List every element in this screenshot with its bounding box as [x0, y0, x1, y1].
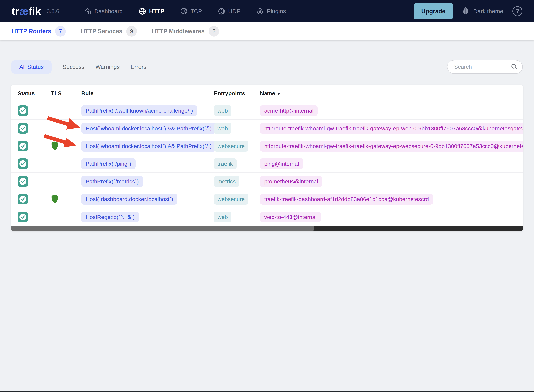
help-icon[interactable]: ? [512, 6, 522, 16]
filter-errors[interactable]: Errors [131, 60, 146, 74]
logo-part: fik [29, 5, 41, 17]
router-name-chip[interactable]: ping@internal [260, 158, 303, 169]
search-box[interactable] [447, 60, 523, 74]
tab-label: HTTP Routers [12, 28, 51, 35]
tab-label: HTTP Services [81, 28, 122, 35]
tab-http-middlewares[interactable]: HTTP Middlewares 2 [152, 26, 219, 37]
status-success-icon [18, 141, 28, 151]
scrollbar-thumb[interactable] [11, 226, 314, 231]
nav-item-label: TCP [190, 8, 202, 14]
tls-shield-icon [51, 194, 74, 204]
router-name-chip[interactable]: web-to-443@internal [260, 212, 321, 223]
nav-item-label: UDP [228, 8, 241, 14]
rule-chip[interactable]: Host(`dashboard.docker.localhost`) [81, 194, 177, 205]
status-success-icon [18, 123, 28, 134]
column-header-tls[interactable]: TLS [44, 90, 74, 97]
http-subnav: HTTP Routers 7 HTTP Services 9 HTTP Midd… [0, 22, 534, 40]
nav-item-udp[interactable]: UDP [218, 8, 241, 15]
rule-chip[interactable]: HostRegexp(`^.+$`) [81, 212, 139, 223]
rule-chip[interactable]: PathPrefix(`/.well-known/acme-challenge/… [81, 105, 197, 116]
router-name-chip[interactable]: acme-http@internal [260, 105, 318, 116]
rule-chip[interactable]: Host(`whoami.docker.localhost`) && PathP… [81, 140, 216, 151]
rule-chip[interactable]: Host(`whoami.docker.localhost`) && PathP… [81, 123, 216, 134]
nav-item-tcp[interactable]: TCP [180, 8, 202, 15]
table-row[interactable]: PathPrefix(`/ping`) traefik ping@interna… [11, 155, 523, 173]
search-icon [511, 63, 518, 71]
nav-item-label: Dashboard [94, 8, 123, 14]
entrypoint-chip[interactable]: web [214, 123, 232, 134]
horizontal-scrollbar[interactable] [11, 226, 523, 231]
nav-item-label: HTTP [149, 8, 164, 14]
cubes-icon [256, 7, 264, 15]
version-label: 3.3.6 [47, 8, 59, 14]
filter-warnings[interactable]: Warnings [95, 60, 120, 74]
status-success-icon [18, 105, 28, 116]
entrypoint-chip[interactable]: web [214, 212, 232, 223]
routers-table: Status TLS Rule Entrypoints Name▾ PathPr… [11, 85, 523, 231]
status-success-icon [18, 212, 28, 222]
column-header-status[interactable]: Status [11, 90, 44, 97]
nav-item-http[interactable]: HTTP [139, 7, 164, 15]
table-row[interactable]: HostRegexp(`^.+$`) web web-to-443@intern… [11, 208, 523, 226]
nav-item-dashboard[interactable]: Dashboard [84, 8, 123, 15]
table-row[interactable]: Host(`whoami.docker.localhost`) && PathP… [11, 137, 523, 155]
theme-toggle-label: Dark theme [473, 8, 503, 14]
logo-part: tr [12, 5, 19, 17]
table-row[interactable]: PathPrefix(`/.well-known/acme-challenge/… [11, 102, 523, 120]
entrypoint-chip[interactable]: websecure [214, 194, 248, 205]
count-badge: 9 [126, 26, 137, 37]
entrypoint-chip[interactable]: traefik [214, 158, 236, 169]
router-name-chip[interactable]: httproute-traefik-whoami-gw-traefik-trae… [260, 140, 523, 151]
filter-success[interactable]: Success [63, 60, 85, 74]
sphere-icon [180, 8, 188, 15]
status-filter-row: All Status Success Warnings Errors [11, 60, 523, 74]
status-success-icon [18, 176, 28, 187]
router-name-chip[interactable]: traefik-traefik-dashboard-af1d2ddb83a06e… [260, 194, 433, 205]
table-header-row: Status TLS Rule Entrypoints Name▾ [11, 85, 523, 102]
tab-label: HTTP Middlewares [152, 28, 205, 35]
sort-desc-icon: ▾ [278, 91, 280, 96]
status-success-icon [18, 194, 28, 205]
tab-http-services[interactable]: HTTP Services 9 [81, 26, 137, 37]
router-name-chip[interactable]: httproute-traefik-whoami-gw-traefik-trae… [260, 123, 523, 134]
table-row[interactable]: Host(`dashboard.docker.localhost`) webse… [11, 190, 523, 208]
nav-item-label: Plugins [267, 8, 286, 14]
column-header-name-label: Name [260, 90, 275, 96]
search-input[interactable] [454, 64, 511, 70]
bottom-edge-strip [0, 391, 534, 392]
tab-http-routers[interactable]: HTTP Routers 7 [12, 26, 66, 37]
logo-part: æ [19, 5, 29, 17]
rule-chip[interactable]: PathPrefix(`/metrics`) [81, 176, 143, 187]
entrypoint-chip[interactable]: web [214, 105, 232, 116]
main-nav: Dashboard HTTP TCP UDP Plugins [84, 7, 286, 15]
table-row[interactable]: PathPrefix(`/metrics`) metrics prometheu… [11, 173, 523, 190]
status-success-icon [18, 159, 28, 169]
routers-page: All Status Success Warnings Errors Statu… [11, 60, 523, 231]
tls-shield-icon [51, 141, 74, 151]
column-header-name[interactable]: Name▾ [253, 90, 523, 97]
navbar-actions: Upgrade Dark theme ? [414, 3, 522, 19]
nav-item-plugins[interactable]: Plugins [256, 7, 286, 15]
upgrade-button[interactable]: Upgrade [414, 3, 453, 19]
entrypoint-chip[interactable]: metrics [214, 176, 239, 187]
theme-toggle[interactable]: Dark theme [462, 6, 503, 16]
home-icon [84, 8, 91, 15]
table-row[interactable]: Host(`whoami.docker.localhost`) && PathP… [11, 120, 523, 137]
rule-chip[interactable]: PathPrefix(`/ping`) [81, 158, 136, 169]
traefik-logo: træfik [12, 5, 41, 17]
table-body: PathPrefix(`/.well-known/acme-challenge/… [11, 102, 523, 226]
column-header-rule[interactable]: Rule [74, 90, 207, 97]
sphere-icon [218, 8, 225, 15]
globe-icon [139, 7, 146, 15]
filter-all-status[interactable]: All Status [11, 60, 52, 74]
entrypoint-chip[interactable]: websecure [214, 140, 248, 151]
count-badge: 2 [208, 26, 219, 37]
column-header-entrypoints[interactable]: Entrypoints [207, 90, 253, 97]
top-navbar: træfik 3.3.6 Dashboard HTTP TCP UDP [0, 0, 534, 22]
count-badge: 7 [55, 26, 66, 37]
router-name-chip[interactable]: prometheus@internal [260, 176, 322, 187]
contrast-droplet-icon [462, 6, 469, 16]
